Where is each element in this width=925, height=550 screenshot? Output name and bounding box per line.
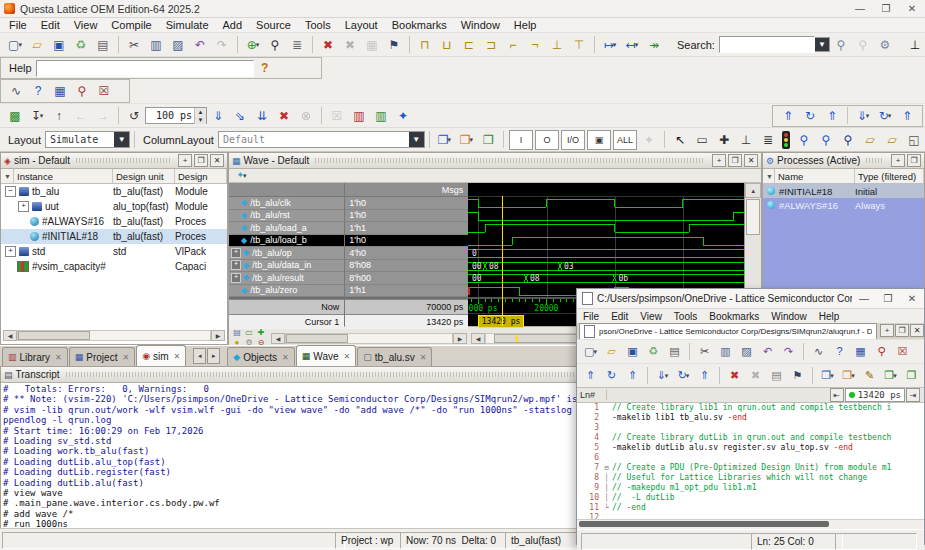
- tab-close-icon[interactable]: ✕: [122, 353, 129, 362]
- editor-config-green-button[interactable]: ❐▾: [881, 366, 900, 385]
- editor-dock-bottom-button[interactable]: ⇓▾: [653, 366, 672, 385]
- editor-title-bar[interactable]: C:/Users/psimpson/OneDrive - Lattice Sem…: [577, 289, 924, 309]
- time-back-icon[interactable]: ⇤: [830, 388, 844, 402]
- help-search-icon[interactable]: ?: [255, 58, 275, 78]
- save-button[interactable]: ▣: [49, 35, 69, 55]
- env-back-button[interactable]: ←: [71, 106, 91, 126]
- expand-icon[interactable]: +: [231, 260, 241, 270]
- processes-filter-icon[interactable]: ▼: [763, 169, 775, 183]
- measure-mode-button[interactable]: ⊥: [736, 130, 756, 150]
- wave-items-menu-button[interactable]: ✦▾: [233, 169, 250, 182]
- delete-cursor-button[interactable]: ✖: [318, 35, 338, 55]
- env-up-button[interactable]: ↑: [49, 106, 69, 126]
- tab-wave[interactable]: ▦Wave✕: [296, 345, 356, 366]
- run-length-down-icon[interactable]: ▼: [195, 116, 206, 124]
- menu-simulate[interactable]: Simulate: [159, 19, 216, 31]
- signal-waveform[interactable]: [468, 197, 744, 210]
- signal-waveform[interactable]: 0: [468, 247, 744, 260]
- search-input[interactable]: [719, 36, 815, 53]
- scroll-left-icon[interactable]: ◀: [3, 330, 17, 341]
- env-forward-button[interactable]: →: [93, 106, 113, 126]
- sim-column-design-type[interactable]: Design: [175, 169, 227, 183]
- paste-button[interactable]: ▨: [168, 35, 188, 55]
- stamp-save-button[interactable]: ▱: [860, 130, 880, 150]
- signal-waveform[interactable]: 000803: [468, 260, 744, 273]
- sim-column-design-unit[interactable]: Design unit: [113, 169, 175, 183]
- tab-close-icon[interactable]: ✕: [174, 352, 181, 361]
- editor-minimize-button[interactable]: —: [852, 289, 876, 308]
- run-button[interactable]: ⇓: [208, 106, 228, 126]
- tab-close-icon[interactable]: ✕: [420, 353, 427, 362]
- window-layout-orange-button[interactable]: ❐▾: [456, 130, 476, 150]
- editor-print-button[interactable]: ▤: [665, 342, 684, 361]
- wave-signal-name[interactable]: +◆/tb_alu/data_in: [229, 260, 344, 273]
- search-next-button[interactable]: ⚲: [831, 35, 851, 55]
- editor-tab-close-button[interactable]: ✕: [910, 324, 924, 337]
- sim-undock-button[interactable]: ❐: [194, 154, 208, 167]
- code-line[interactable]: 5-makelib dutLib alu.sv register.sv alu_…: [577, 443, 924, 453]
- show-columns-button[interactable]: ≣: [287, 35, 307, 55]
- expand-time-button[interactable]: ↦▾: [600, 35, 620, 55]
- menu-edit[interactable]: Edit: [34, 19, 67, 31]
- wave-signal-value[interactable]: 4'h0: [345, 247, 468, 260]
- wave-add-icon[interactable]: ✚: [255, 328, 267, 338]
- edit-mode-button[interactable]: ≣: [758, 130, 778, 150]
- wave-add-button[interactable]: +: [712, 154, 726, 167]
- restart-button[interactable]: ↺: [124, 106, 144, 126]
- expand-icon[interactable]: +: [5, 246, 16, 257]
- wave-signal-name[interactable]: ◆/tb_alu/zero: [229, 285, 344, 298]
- memory-profile-button[interactable]: ▥: [371, 106, 391, 126]
- run-all-button[interactable]: ⇊: [252, 106, 272, 126]
- move-to-top-button[interactable]: ⇑: [778, 106, 798, 126]
- sim-tree-row[interactable]: #vsim_capacity#Capaci: [1, 259, 227, 274]
- search-prev-button[interactable]: ⚲: [853, 35, 873, 55]
- sim-filter-icon[interactable]: ▼: [1, 169, 14, 183]
- wave-edit-paste-button[interactable]: ⊏: [459, 35, 479, 55]
- wave-edit-copy-button[interactable]: ⊔: [437, 35, 457, 55]
- editor-insert-cursor-button[interactable]: ✖: [746, 366, 765, 385]
- zoom-mode-button[interactable]: ▭: [692, 130, 712, 150]
- io-filter-i-o[interactable]: I/O: [561, 130, 585, 150]
- tab-close-icon[interactable]: ✕: [282, 353, 289, 362]
- dock-top-button[interactable]: ⇑: [897, 106, 917, 126]
- find-instance-button[interactable]: ⚲: [72, 81, 92, 101]
- wave-signal-value[interactable]: 1'h0: [345, 197, 468, 210]
- wave-signal-name[interactable]: +◆/tb_alu/result: [229, 272, 344, 285]
- hand-pause-button[interactable]: ✦: [393, 106, 413, 126]
- editor-menu-file[interactable]: File: [577, 311, 605, 322]
- menu-add[interactable]: Add: [216, 19, 250, 31]
- wave-edit-insert-button[interactable]: ⌐: [503, 35, 523, 55]
- maximize-button[interactable]: ❐: [873, 0, 899, 17]
- wave-signal-value[interactable]: 8'h08: [345, 260, 468, 273]
- editor-config-blue-button[interactable]: ❐▾: [818, 366, 837, 385]
- close-button[interactable]: ✕: [899, 0, 925, 17]
- sim-tree-row[interactable]: +uutalu_top(fast)Module: [1, 199, 227, 214]
- filter-button[interactable]: ⚑: [384, 35, 404, 55]
- tab-objects[interactable]: ◆Objects✕: [227, 347, 295, 366]
- editor-save-button[interactable]: ▣: [623, 342, 642, 361]
- window-layout-blue-button[interactable]: ❐▾: [434, 130, 454, 150]
- editor-tab-add-button[interactable]: +: [880, 324, 894, 337]
- editor-redo-button[interactable]: ↷: [779, 342, 798, 361]
- signal-waveform[interactable]: [468, 235, 744, 248]
- tab-library[interactable]: ▥Library✕: [2, 347, 68, 366]
- editor-dock-top-button[interactable]: ⇑: [695, 366, 714, 385]
- force-signal-button[interactable]: ∿: [6, 81, 26, 101]
- editor-cut-button[interactable]: ✂: [695, 342, 714, 361]
- sim-add-button[interactable]: +: [178, 154, 192, 167]
- processes-add-button[interactable]: +: [891, 154, 905, 167]
- wave-signal-value[interactable]: 1'h0: [345, 235, 468, 248]
- window-layout-green-button[interactable]: ❐: [478, 130, 498, 150]
- help-input[interactable]: [36, 60, 254, 77]
- editor-delete-cursor-button[interactable]: ✖: [725, 366, 744, 385]
- code-line[interactable]: 4// Create library dutLib in qrun.out an…: [577, 433, 924, 443]
- scroll-right-icon[interactable]: ▶: [453, 333, 467, 344]
- editor-bookmark-button[interactable]: ?: [830, 342, 849, 361]
- editor-copy-button[interactable]: ▥: [716, 342, 735, 361]
- code-line[interactable]: 2-makelib lib1 tb_alu.sv -end: [577, 413, 924, 423]
- wand-button[interactable]: ✦: [639, 130, 659, 150]
- code-line[interactable]: 9│// -makepdu m1_opt_pdu lib1.m1: [577, 483, 924, 493]
- editor-filter-button[interactable]: ⚑: [788, 366, 807, 385]
- wave-close-button[interactable]: ✕: [744, 154, 758, 167]
- zoom-range-button[interactable]: ◱: [904, 130, 924, 150]
